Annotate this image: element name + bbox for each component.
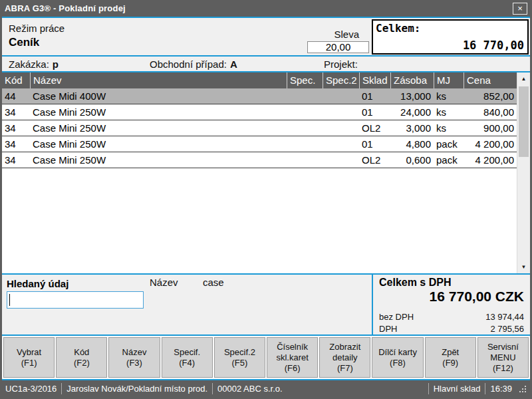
discount-label: Sleva xyxy=(307,29,368,40)
cell-cena: 900,00 xyxy=(464,122,517,134)
specif2-f5-button[interactable]: Specif.2 (F5) xyxy=(214,337,265,378)
cell-zasoba: 0,600 xyxy=(390,154,434,166)
business-case-value: A xyxy=(230,59,237,70)
cell-nazev: Case Mini 250W xyxy=(30,138,287,150)
work-mode-value: Ceník xyxy=(9,36,39,49)
product-grid: Kód Název Spec. Spec.2 Sklad Zásoba MJ C… xyxy=(2,72,517,273)
column-header-spec[interactable]: Spec. xyxy=(287,72,323,88)
function-button-bar: Vybrat (F1) Kód (F2) Název (F3) Specif. … xyxy=(2,336,530,379)
title-bar[interactable]: ABRA G3® - Pokladní prodej × xyxy=(0,0,532,17)
business-case-label: Obchodní případ: xyxy=(150,59,227,70)
status-separator xyxy=(428,383,429,394)
vat-value: 2 795,56 xyxy=(490,324,524,334)
resize-grip-icon[interactable] xyxy=(519,385,527,393)
search-input[interactable] xyxy=(7,291,144,309)
status-separator xyxy=(61,383,62,394)
vertical-scrollbar[interactable]: ▲ ▼ xyxy=(517,72,530,273)
column-header-sklad[interactable]: Sklad xyxy=(359,72,390,88)
cell-zasoba: 3,000 xyxy=(390,122,434,134)
business-case-field: Obchodní případ:A xyxy=(150,59,237,70)
back-f9-button[interactable]: Zpět (F9) xyxy=(425,337,476,378)
discount-field[interactable]: 20,00 xyxy=(307,41,369,53)
context-bar: Zakázka:p Obchodní případ:A Projekt: xyxy=(2,57,530,72)
window-title: ABRA G3® - Pokladní prodej xyxy=(5,3,513,13)
column-header-kod[interactable]: Kód xyxy=(2,72,30,88)
table-row[interactable]: 34 Case Mini 250W OL2 0,600 pack 4 200,0… xyxy=(2,152,517,168)
cell-sklad: 01 xyxy=(359,90,390,102)
window-content: Režim práce Ceník Sleva 20,00 Celkem: 16… xyxy=(2,17,530,397)
code-f2-button[interactable]: Kód (F2) xyxy=(56,337,107,378)
column-header-spec2[interactable]: Spec.2 xyxy=(323,72,359,88)
project-field: Projekt: xyxy=(324,59,361,70)
work-mode-label: Režim práce xyxy=(9,23,65,34)
order-value: p xyxy=(53,59,59,70)
cell-mj: ks xyxy=(434,106,464,118)
status-doc-number: UC1a-3/2016 xyxy=(5,384,57,394)
project-label: Projekt: xyxy=(324,59,358,70)
header-panel: Režim práce Ceník Sleva 20,00 Celkem: 16… xyxy=(2,18,530,57)
status-company: 00002 ABC s.r.o. xyxy=(217,384,283,394)
cell-kod: 34 xyxy=(2,122,30,134)
table-row[interactable]: 44 Case Midi 400W 01 13,000 ks 852,00 xyxy=(2,88,517,104)
table-empty-area xyxy=(2,168,517,273)
cell-kod: 44 xyxy=(2,90,30,102)
status-warehouse: Hlavní sklad xyxy=(434,384,481,394)
status-separator xyxy=(485,383,485,394)
cell-cena: 4 200,00 xyxy=(464,154,517,166)
net-label: bez DPH xyxy=(379,312,414,322)
select-f1-button[interactable]: Vybrat (F1) xyxy=(3,337,55,378)
status-separator xyxy=(212,383,213,394)
table-row[interactable]: 34 Case Mini 250W 01 4,800 pack 4 200,00 xyxy=(2,136,517,152)
cell-mj: pack xyxy=(434,154,464,166)
cell-kod: 34 xyxy=(2,138,30,150)
vat-label: DPH xyxy=(379,324,397,334)
close-icon[interactable]: × xyxy=(513,3,527,15)
cell-cena: 840,00 xyxy=(464,106,517,118)
search-label: Hledaný údaj xyxy=(7,278,68,289)
total-display-box: Celkem: 16 770,00 xyxy=(372,19,529,55)
cell-nazev: Case Mini 250W xyxy=(30,106,287,118)
column-header-nazev[interactable]: Název xyxy=(30,72,287,88)
vat-total-row: DPH 2 795,56 xyxy=(379,324,524,334)
table-row[interactable]: 34 Case Mini 250W 01 24,000 ks 840,00 xyxy=(2,104,517,120)
grand-total-value: 16 770,00 CZK xyxy=(379,289,524,305)
cell-sklad: OL2 xyxy=(359,122,390,134)
totals-title: Celkem s DPH xyxy=(379,277,452,289)
cell-nazev: Case Midi 400W xyxy=(30,90,287,102)
cell-sklad: 01 xyxy=(359,138,390,150)
scroll-down-icon[interactable]: ▼ xyxy=(517,261,530,273)
scroll-up-icon[interactable]: ▲ xyxy=(517,72,530,85)
subcards-f8-button[interactable]: Dílčí karty (F8) xyxy=(372,337,423,378)
column-header-mj[interactable]: MJ xyxy=(434,72,464,88)
table-row[interactable]: 34 Case Mini 250W OL2 3,000 ks 900,00 xyxy=(2,120,517,136)
cell-cena: 4 200,00 xyxy=(464,138,517,150)
scrollbar-track[interactable] xyxy=(517,85,530,261)
cell-nazev: Case Mini 250W xyxy=(30,122,287,134)
order-label: Zakázka: xyxy=(9,59,49,70)
name-f3-button[interactable]: Název (F3) xyxy=(108,337,160,378)
product-table: Kód Název Spec. Spec.2 Sklad Zásoba MJ C… xyxy=(2,72,530,273)
cell-sklad: OL2 xyxy=(359,154,390,166)
cell-zasoba: 4,800 xyxy=(390,138,434,150)
net-value: 13 974,44 xyxy=(485,312,524,322)
stock-codes-f6-button[interactable]: Číselník skl.karet (F6) xyxy=(267,337,318,378)
show-details-f7-button[interactable]: Zobrazit detaily (F7) xyxy=(319,337,370,378)
app-window: ABRA G3® - Pokladní prodej × Režim práce… xyxy=(0,0,532,399)
cell-nazev: Case Mini 250W xyxy=(30,154,287,166)
net-total-row: bez DPH 13 974,44 xyxy=(379,312,524,322)
cell-zasoba: 13,000 xyxy=(390,90,434,102)
search-panel: Hledaný údaj Název case Celkem s DPH 16 … xyxy=(2,273,530,336)
panel-divider xyxy=(372,275,373,334)
filter-field-label: Název xyxy=(150,277,178,288)
cell-kod: 34 xyxy=(2,154,30,166)
cell-zasoba: 24,000 xyxy=(390,106,434,118)
total-value: 16 770,00 xyxy=(463,39,524,52)
cell-mj: pack xyxy=(434,138,464,150)
service-menu-f12-button[interactable]: Servisní MENU (F12) xyxy=(477,337,529,378)
column-header-cena[interactable]: Cena xyxy=(464,72,517,88)
scrollbar-thumb[interactable] xyxy=(519,86,529,157)
text-cursor xyxy=(9,294,10,306)
column-header-zasoba[interactable]: Zásoba xyxy=(390,72,434,88)
cell-mj: ks xyxy=(434,122,464,134)
specif-f4-button[interactable]: Specif. (F4) xyxy=(162,337,213,378)
